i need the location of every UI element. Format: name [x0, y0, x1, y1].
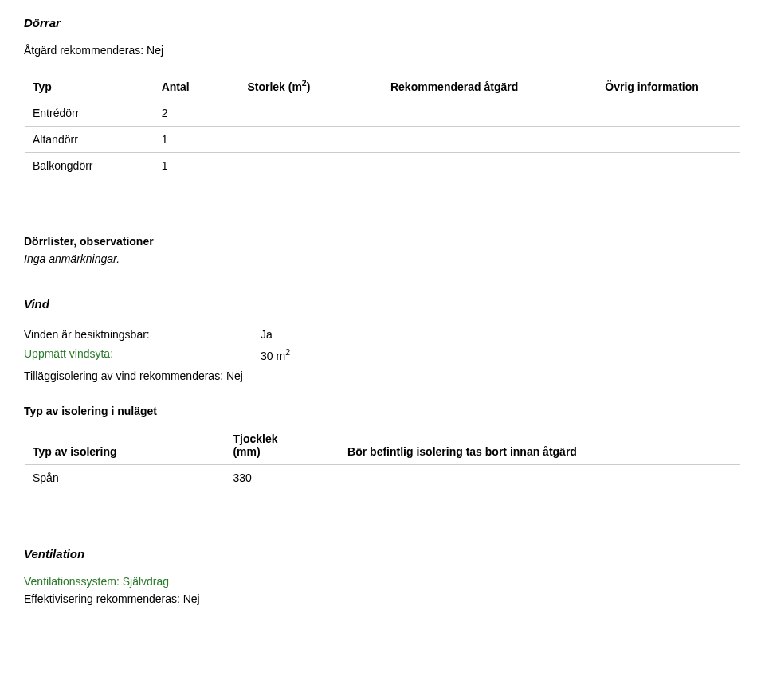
th-storlek-pre: Storlek (m: [247, 80, 301, 93]
th-iso-typ: Typ av isolering: [25, 426, 225, 465]
vind-besikt-label: Vinden är besiktningsbar:: [24, 325, 261, 344]
cell-typ: Altandörr: [25, 126, 154, 152]
ventilation-sys-value: Självdrag: [123, 575, 169, 588]
vind-uppmatt-sup: 2: [285, 347, 290, 357]
cell-antal: 1: [154, 126, 240, 152]
cell-storlek: [239, 126, 382, 152]
cell-ovr: [597, 126, 740, 152]
cell-storlek: [239, 152, 382, 178]
cell-rek: [382, 152, 597, 178]
vind-iso-table: Typ av isolering Tjocklek (mm) Bör befin…: [25, 426, 740, 491]
vind-besikt-value: Ja: [261, 325, 454, 344]
dorrar-atgard-value: Nej: [147, 44, 163, 57]
vind-uppmatt-value: 30 m2: [261, 344, 454, 366]
cell-iso-bor: [339, 465, 740, 491]
th-antal: Antal: [154, 72, 240, 100]
th-storlek-post: ): [307, 80, 311, 93]
cell-typ: Entrédörr: [25, 100, 154, 126]
table-row: Spån 330: [25, 465, 740, 491]
cell-antal: 2: [154, 100, 240, 126]
cell-storlek: [239, 100, 382, 126]
vind-iso-header-row: Typ av isolering Tjocklek (mm) Bör befin…: [25, 426, 740, 465]
vind-iso-table-wrap: Typ av isolering Tjocklek (mm) Bör befin…: [24, 425, 741, 499]
section-title-ventilation: Ventilation: [24, 547, 741, 561]
th-iso-bor: Bör befintlig isolering tas bort innan å…: [339, 426, 740, 465]
th-rekommenderad: Rekommenderad åtgärd: [382, 72, 597, 100]
ventilation-sys-line: Ventilationssystem: Självdrag: [24, 575, 741, 588]
table-row: Entrédörr 2: [25, 100, 740, 126]
ventilation-eff-line: Effektivisering rekommenderas: Nej: [24, 592, 741, 605]
dorrlister-title: Dörrlister, observationer: [24, 235, 741, 248]
th-iso-tjocklek-l1: Tjocklek: [233, 432, 277, 445]
section-title-dorrar: Dörrar: [24, 16, 741, 29]
dorrlister-text: Inga anmärkningar.: [24, 252, 741, 265]
dorrar-table: Typ Antal Storlek (m2) Rekommenderad åtg…: [25, 72, 740, 178]
th-typ: Typ: [25, 72, 154, 100]
th-iso-tjocklek-l2: (mm): [233, 445, 260, 458]
cell-ovr: [597, 152, 740, 178]
cell-iso-typ: Spån: [25, 465, 225, 491]
vind-uppmatt-label: Uppmätt vindsyta:: [24, 344, 261, 366]
cell-rek: [382, 126, 597, 152]
cell-ovr: [597, 100, 740, 126]
vind-fields: Vinden är besiktningsbar: Ja Uppmätt vin…: [24, 325, 454, 366]
section-title-vind: Vind: [24, 297, 741, 311]
th-storlek: Storlek (m2): [239, 72, 382, 100]
dorrar-atgard-label: Åtgärd rekommenderas:: [24, 44, 147, 57]
th-iso-tjocklek: Tjocklek (mm): [225, 426, 339, 465]
ventilation-sys-label: Ventilationssystem:: [24, 575, 123, 588]
dorrar-header-row: Typ Antal Storlek (m2) Rekommenderad åtg…: [25, 72, 740, 100]
th-ovrig: Övrig information: [597, 72, 740, 100]
cell-iso-tjocklek: 330: [225, 465, 339, 491]
table-row: Balkongdörr 1: [25, 152, 740, 178]
dorrar-table-wrap: Typ Antal Storlek (m2) Rekommenderad åtg…: [24, 71, 741, 187]
table-row: Altandörr 1: [25, 126, 740, 152]
cell-antal: 1: [154, 152, 240, 178]
cell-rek: [382, 100, 597, 126]
cell-typ: Balkongdörr: [25, 152, 154, 178]
dorrar-atgard-line: Åtgärd rekommenderas: Nej: [24, 44, 741, 57]
vind-tillagg-line: Tilläggisolering av vind rekommenderas: …: [24, 370, 741, 382]
vind-uppmatt-pre: 30 m: [261, 349, 285, 362]
vind-iso-heading: Typ av isolering i nuläget: [24, 405, 741, 417]
